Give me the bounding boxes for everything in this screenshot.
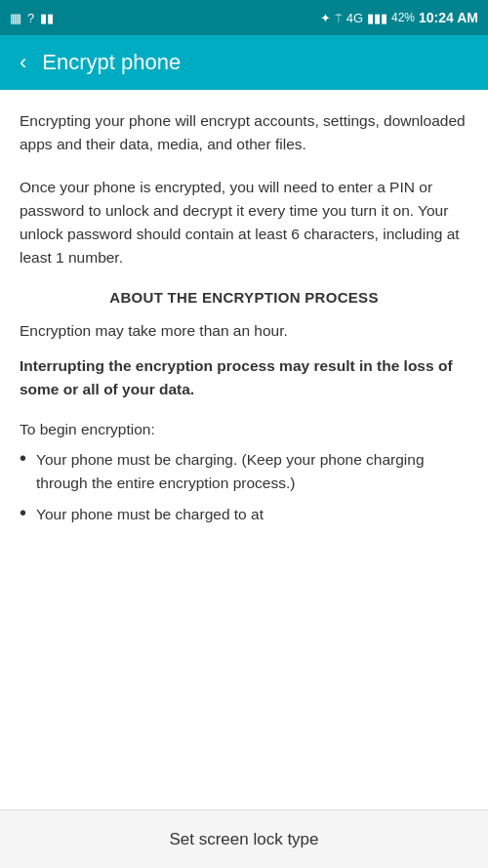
- bullet-icon: •: [20, 446, 26, 470]
- signal-bars: ▮▮▮: [367, 11, 387, 25]
- bluetooth-icon: ✦: [320, 11, 331, 25]
- page-title: Encrypt phone: [42, 50, 181, 75]
- description-paragraph-2: Once your phone is encrypted, you will n…: [20, 176, 468, 269]
- status-bar-left: ▦ ? ▮▮: [10, 11, 54, 25]
- status-time: 10:24 AM: [419, 10, 478, 25]
- status-bar: ▦ ? ▮▮ ✦ ⍑ 4G ▮▮▮ 42% 10:24 AM: [0, 0, 488, 35]
- begin-label: To begin encryption:: [20, 421, 468, 438]
- wifi-icon: ⍑: [335, 11, 343, 25]
- network-icon: 4G: [346, 11, 363, 25]
- bullet-icon: •: [20, 501, 26, 524]
- battery-icon: 42%: [391, 11, 415, 24]
- bullet-text-2: Your phone must be charged to at: [36, 503, 264, 526]
- back-button[interactable]: ‹: [16, 46, 30, 79]
- sim-icon: ▦: [10, 11, 21, 25]
- bullet-text-1: Your phone must be charging. (Keep your …: [36, 448, 468, 495]
- encryption-info: Encryption may take more than an hour.: [20, 319, 468, 343]
- set-screen-lock-button[interactable]: Set screen lock type: [169, 830, 318, 849]
- voicemail-icon: ▮▮: [40, 11, 54, 25]
- list-item: • Your phone must be charged to at: [20, 503, 468, 526]
- toolbar: ‹ Encrypt phone: [0, 35, 488, 90]
- status-bar-right: ✦ ⍑ 4G ▮▮▮ 42% 10:24 AM: [320, 10, 478, 25]
- encryption-warning: Interrupting the encryption process may …: [20, 354, 468, 401]
- question-icon: ?: [27, 11, 34, 25]
- list-item: • Your phone must be charging. (Keep you…: [20, 448, 468, 495]
- description-paragraph-1: Encrypting your phone will encrypt accou…: [20, 109, 468, 156]
- section-heading: ABOUT THE ENCRYPTION PROCESS: [20, 289, 468, 306]
- requirements-list: • Your phone must be charging. (Keep you…: [20, 448, 468, 526]
- main-content: Encrypting your phone will encrypt accou…: [0, 90, 488, 809]
- bottom-bar: Set screen lock type: [0, 809, 488, 868]
